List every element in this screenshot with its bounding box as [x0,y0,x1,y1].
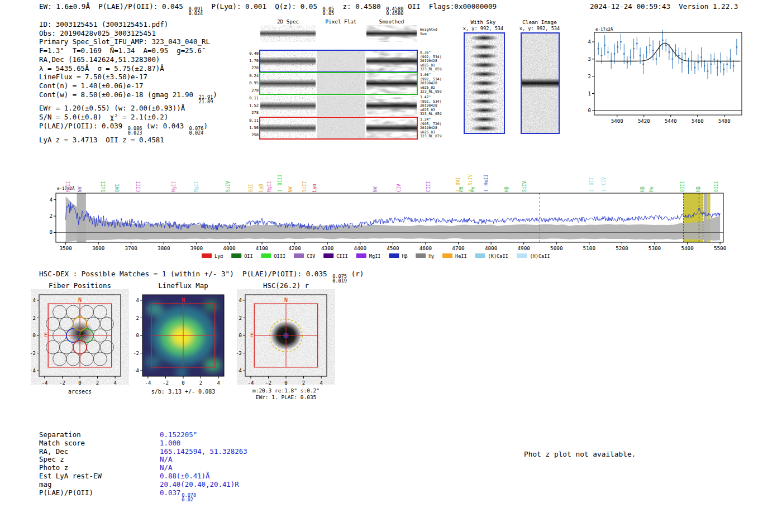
pixelflat-strip [317,51,365,71]
stacked-uncertainty: 0.050.05 [323,7,335,16]
line-label-Lyβ: Lyβ [258,184,264,192]
line-label-NV: NV [373,186,378,192]
svg-text:4600: 4600 [419,245,432,251]
line-label-MgII: MgII [171,181,177,192]
svg-text:(: ( [278,189,283,192]
svg-text:4: 4 [136,298,139,303]
compass-north-label: N [182,297,185,303]
line-label-SiII: SiII [302,181,307,192]
legend-swatch [442,253,452,258]
svg-text:5200: 5200 [616,245,628,251]
svg-text:-4: -4 [133,368,139,373]
pixelflat-noise [317,95,365,116]
lineflux-map-chart: N-4-4-2-2002244s/b: 3.13 +/- 0.083 [126,289,235,402]
legend-label: Lyα [214,253,223,259]
svg-text:(: ( [589,189,594,192]
clean-image [521,32,560,134]
line-label-Hδ: Hδ [459,186,464,192]
line-label-Hβ: Hβ [695,186,701,192]
row-fit-values: 0.401.70278 [246,51,259,70]
line-label-MgII: MgII [266,181,272,192]
match-label: RA, Dec [39,448,160,456]
svg-text:0: 0 [136,333,139,338]
svg-text:5440: 5440 [665,118,677,124]
match-label: Spec z [39,456,160,464]
clean-image-cutout [522,33,559,133]
info-line: Primary Spec_Slot_IFU_AMP: 323_043_040_R… [39,37,217,46]
svg-text:5300: 5300 [649,245,661,251]
pixelflat-noise [317,73,365,94]
svg-text:-4: -4 [236,368,242,373]
legend-swatch [389,253,399,258]
emission-line-fit-chart: 5400542054405460548001234e-17x2Å [579,25,746,130]
smoothed-strip [366,73,417,94]
svg-text:3800: 3800 [158,245,170,251]
match-value: N/A [160,463,172,472]
match-label: Separation [39,431,160,439]
pixelflat-noise [317,51,365,71]
svg-text:1: 1 [588,91,591,97]
hsc-panel-title: HSC(26.2) r [236,281,336,290]
svg-text:4300: 4300 [321,245,333,251]
line-label-SiIV: SiIV [468,174,473,185]
fiber-positions-chart: NE-4-4-2-2002244arcsecs [22,289,131,402]
header-stats: EW: 1.6±0.9Å P(LAE)/P(OII): 0.045 0.0910… [39,2,497,16]
svg-text:4: 4 [320,380,322,386]
line-label-Hγ: Hγ [649,186,654,192]
info-line: Cont(w) = 8.50(±0.06)e-18 (gmag 21.90 21… [39,90,217,104]
svg-text:2: 2 [136,315,139,321]
2dspec-noise [260,118,316,138]
svg-text:2: 2 [199,380,202,386]
match-row: P(LAE)/P(OII)0.0370.0780.02 [39,489,247,502]
with-sky-image [464,32,505,134]
info-line: Obs: 20190428v025_3003125451 [39,29,217,38]
legend-swatch [475,253,485,258]
photz-note: Phot z plot not available. [524,450,636,458]
legend-swatch [261,253,271,258]
stacked-uncertainty: 0.0780.02 [182,493,196,502]
weighted-sum-label: WeightedSum [420,28,437,36]
hsc-caption-2: EWr: 1. PLAE: 0.035 [256,394,317,400]
svg-text:0: 0 [33,333,36,338]
svg-text:2: 2 [96,380,99,386]
legend-label: OIII [274,253,285,259]
stacked-uncertainty: 0.0910.024 [188,7,203,16]
catalog-match-table: Separation0.152205"Match score1.000RA, D… [39,431,247,502]
svg-text:-2: -2 [133,351,139,356]
svg-text:-2: -2 [30,351,36,356]
svg-text:4000: 4000 [223,245,235,251]
match-label: Match score [39,439,160,448]
line-label-OII: OII [248,184,254,192]
2dspec-noise [260,51,316,71]
weighted-smoothed-noise [366,25,417,42]
legend-swatch [231,253,241,258]
stacked-uncertainty: 0.45800.4580 [386,7,403,16]
pixelflat-strip [317,118,365,138]
match-label: Est LyA rest-EW [39,472,160,481]
line-label-HeII: HeII [483,174,489,185]
2dspec-noise [260,95,316,116]
legend-swatch [202,253,212,258]
smoothed-noise [366,51,417,71]
noise-band [66,196,721,242]
line-label-MgII: MgII [193,181,199,192]
line-label-CIV: CIV [601,177,607,185]
compass-east-label: E [250,332,254,338]
fiber-panel-title: Fiber Positions [30,281,130,290]
pixelflat-strip [317,95,365,116]
weighted-2dspec-noise [260,25,316,42]
line-label-NV: NV [77,186,83,192]
smoothed-noise [366,95,417,116]
stacked-uncertainty: 21.9121.89 [198,95,213,104]
svg-text:0: 0 [284,380,287,386]
info-line: RA,Dec (165.142624,51.328300) [39,55,217,64]
svg-text:2: 2 [588,74,591,79]
line-label-MgII: MgII [65,181,71,192]
info-line: P(LAE)/P(OII): 0.039 0.0860.023 (w: 0.04… [39,122,217,136]
legend-swatch [416,253,426,258]
match-row: mag20.40(20.40,20.41)R [39,481,247,489]
smoothed-noise [366,118,417,138]
legend-label: (H)CaII [530,253,550,259]
svg-text:4: 4 [588,39,591,45]
svg-text:5480: 5480 [718,118,731,124]
